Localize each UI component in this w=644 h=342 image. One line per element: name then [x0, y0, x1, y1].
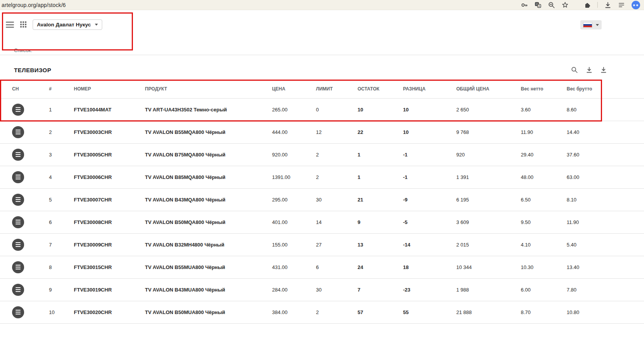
row-actions-button[interactable] [12, 306, 24, 318]
reading-list-icon[interactable] [618, 2, 625, 9]
table-row: 2 FTVE30003CHR TV AVALON B55MQA800 Чёрны… [0, 121, 644, 143]
cell-remainder: 7 [358, 278, 403, 301]
url-text[interactable]: artelgroup.org/app/stock/6 [2, 2, 66, 8]
cell-net-weight: 10.30 [521, 256, 567, 278]
cell-remainder: 10 [358, 98, 403, 121]
cell-remainder: 21 [358, 188, 403, 211]
cell-index: 3 [49, 143, 74, 166]
cell-number: FTVE30006CHR [74, 166, 145, 188]
download-icon[interactable] [586, 66, 593, 73]
row-actions-cell [0, 166, 49, 188]
table-row: 10 FTVE30020CHR TV AVALON B50MUA800 Чёрн… [0, 301, 644, 323]
table-row: 8 FTVE30015CHR TV AVALON B55MUA800 Чёрны… [0, 256, 644, 278]
org-selector-label: Avalon Давлат Нукус [37, 22, 91, 28]
cell-price: 1391.00 [272, 166, 316, 188]
cell-total-price: 920 [456, 143, 521, 166]
org-selector-dropdown[interactable]: Avalon Давлат Нукус [33, 19, 102, 30]
row-actions-button[interactable] [12, 194, 24, 206]
language-selector[interactable] [580, 20, 602, 30]
cell-total-price: 10 344 [456, 256, 521, 278]
bookmark-star-icon[interactable] [562, 2, 569, 9]
cell-net-weight: 6.00 [521, 278, 567, 301]
cell-net-weight: 9.50 [521, 211, 567, 233]
annotation-box-header [2, 12, 133, 50]
row-actions-cell [0, 211, 49, 233]
table-row: 1 FTVE10044MAT TV ART-UA43H3502 Темно-се… [0, 98, 644, 121]
key-icon[interactable] [521, 2, 528, 9]
cell-product: TV AVALON B55MUA800 Чёрный [145, 256, 272, 278]
cell-limit: 2 [316, 166, 358, 188]
cell-number: FTVE30007CHR [74, 188, 145, 211]
row-actions-button[interactable] [12, 239, 24, 251]
cell-total-price: 9 768 [456, 121, 521, 143]
cell-limit: 30 [316, 188, 358, 211]
cell-number: FTVE30020CHR [74, 301, 145, 323]
row-actions-button[interactable] [12, 261, 24, 273]
cell-limit: 0 [316, 98, 358, 121]
translate-icon[interactable]: G A [534, 2, 541, 9]
row-actions-cell [0, 188, 49, 211]
cell-product: TV AVALON B50MQA800 Чёрный [145, 211, 272, 233]
apps-grid-icon[interactable] [20, 21, 26, 28]
cell-limit: 6 [316, 256, 358, 278]
toolbar-divider [597, 2, 598, 8]
row-actions-button[interactable] [12, 216, 24, 228]
cell-difference: 55 [403, 301, 456, 323]
table-row: 4 FTVE30006CHR TV AVALON B85MQA800 Чёрны… [0, 166, 644, 188]
list-label: Список: [14, 47, 32, 53]
row-actions-button[interactable] [12, 149, 24, 161]
cell-gross-weight: 8.10 [567, 188, 644, 211]
column-header-9: ОБЩИЙ ЦЕНА [456, 80, 521, 98]
browser-toolbar-icons: G A [521, 1, 640, 9]
row-actions-cell [0, 233, 49, 256]
cell-number: FTVE30009CHR [74, 233, 145, 256]
menu-icon[interactable] [6, 22, 14, 28]
cell-net-weight: 3.60 [521, 98, 567, 121]
row-actions-cell [0, 301, 49, 323]
cell-product: TV AVALON B43MUA800 Чёрный [145, 278, 272, 301]
row-menu-icon [16, 242, 21, 243]
cell-remainder: 1 [358, 166, 403, 188]
row-actions-button[interactable] [12, 171, 24, 183]
cell-remainder: 57 [358, 301, 403, 323]
cell-product: TV AVALON B43MQA800 Чёрный [145, 188, 272, 211]
cell-net-weight: 48.00 [521, 166, 567, 188]
cell-limit: 27 [316, 233, 358, 256]
browser-download-icon[interactable] [604, 2, 611, 9]
zoom-icon[interactable] [548, 2, 555, 9]
row-menu-icon [16, 220, 21, 220]
cell-number: FTVE30019CHR [74, 278, 145, 301]
cell-net-weight: 8.70 [521, 301, 567, 323]
cell-product: TV ART-UA43H3502 Темно-серый [145, 98, 272, 121]
profile-avatar[interactable] [632, 1, 640, 9]
cell-number: FTVE30003CHR [74, 121, 145, 143]
cell-gross-weight: 13.40 [567, 256, 644, 278]
row-menu-icon [16, 265, 21, 266]
cell-gross-weight: 7.80 [567, 278, 644, 301]
cell-index: 8 [49, 256, 74, 278]
chevron-down-icon [596, 24, 599, 26]
row-actions-button[interactable] [12, 284, 24, 296]
extensions-icon[interactable] [584, 2, 591, 9]
row-actions-button[interactable] [12, 104, 24, 116]
cell-difference: -23 [403, 278, 456, 301]
export-icon[interactable] [600, 66, 607, 73]
cell-total-price: 2 015 [456, 233, 521, 256]
page-title: ТЕЛЕВИЗОР [14, 67, 51, 73]
cell-difference: -14 [403, 233, 456, 256]
table-row: 6 FTVE30008CHR TV AVALON B50MQA800 Чёрны… [0, 211, 644, 233]
cell-remainder: 1 [358, 143, 403, 166]
cell-index: 4 [49, 166, 74, 188]
cell-difference: 10 [403, 98, 456, 121]
search-icon[interactable] [571, 66, 578, 73]
table-row: 3 FTVE30005CHR TV AVALON B75MQA800 Чёрны… [0, 143, 644, 166]
cell-number: FTVE30008CHR [74, 211, 145, 233]
cell-product: TV AVALON B32MH4800 Чёрный [145, 233, 272, 256]
row-actions-button[interactable] [12, 126, 24, 138]
cell-product: TV AVALON B55MQA800 Чёрный [145, 121, 272, 143]
cell-product: TV AVALON B50MUA800 Чёрный [145, 301, 272, 323]
cell-index: 7 [49, 233, 74, 256]
cell-number: FTVE30015CHR [74, 256, 145, 278]
cell-remainder: 9 [358, 211, 403, 233]
table-body: 1 FTVE10044MAT TV ART-UA43H3502 Темно-се… [0, 98, 644, 323]
